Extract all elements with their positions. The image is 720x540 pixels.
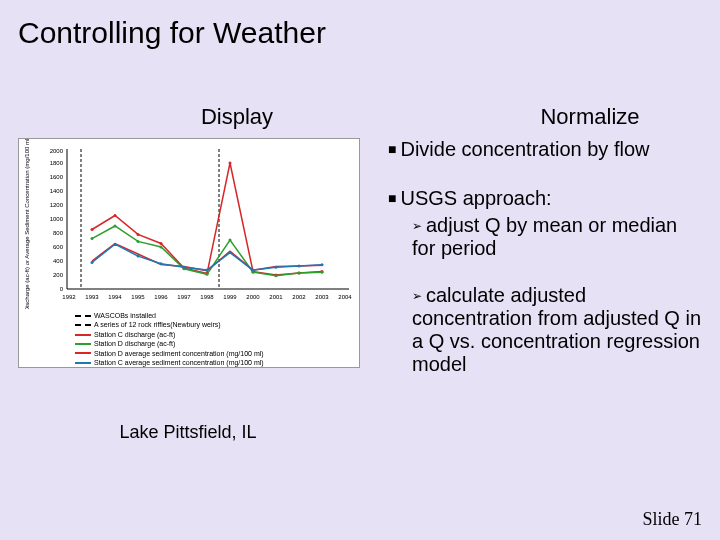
- right-column: Normalize ■Divide concentration by flow …: [388, 104, 702, 384]
- svg-text:1600: 1600: [50, 174, 64, 180]
- svg-text:1992: 1992: [62, 294, 76, 300]
- svg-text:200: 200: [53, 272, 64, 278]
- svg-point-52: [183, 266, 186, 269]
- triangle-bullet-icon: ➢: [412, 219, 422, 233]
- svg-point-57: [298, 264, 301, 267]
- chart-svg: Discharge (ac-ft) or Average Sediment Co…: [19, 139, 359, 309]
- square-bullet-icon: ■: [388, 190, 396, 206]
- normalize-label: Normalize: [478, 104, 702, 130]
- svg-text:400: 400: [53, 258, 64, 264]
- svg-text:1998: 1998: [200, 294, 214, 300]
- svg-point-28: [137, 233, 140, 236]
- triangle-bullet-icon: ➢: [412, 289, 422, 303]
- svg-text:600: 600: [53, 244, 64, 250]
- svg-point-56: [275, 266, 278, 269]
- chart-caption: Lake Pittsfield, IL: [18, 422, 358, 443]
- slide-number: Slide 71: [642, 509, 702, 530]
- y-ticks: 0200400 6008001000 120014001600 18002000: [50, 148, 64, 292]
- svg-point-37: [91, 237, 94, 240]
- legend-0: WASCOBs installed: [94, 311, 156, 320]
- svg-point-45: [275, 274, 278, 277]
- svg-point-50: [137, 255, 140, 258]
- left-column: Display Discharge (ac-ft) or Average Sed…: [18, 104, 358, 443]
- y-axis-label: Discharge (ac-ft) or Average Sediment Co…: [24, 139, 30, 309]
- chart-legend: WASCOBs installed A series of 12 rock ri…: [75, 311, 264, 368]
- svg-text:2001: 2001: [269, 294, 283, 300]
- legend-5: Station C average sediment concentration…: [94, 358, 264, 367]
- legend-1: A series of 12 rock riffles(Newbury weir…: [94, 320, 221, 329]
- series-lines: [92, 163, 322, 276]
- svg-text:1800: 1800: [50, 160, 64, 166]
- svg-point-53: [206, 269, 209, 272]
- svg-text:1996: 1996: [154, 294, 168, 300]
- svg-point-58: [321, 263, 324, 266]
- svg-text:2003: 2003: [315, 294, 329, 300]
- bullet-list: ■Divide concentration by flow ■USGS appr…: [388, 138, 702, 376]
- legend-2: Station C discharge (ac-ft): [94, 330, 175, 339]
- svg-point-32: [229, 162, 232, 165]
- display-label: Display: [116, 104, 358, 130]
- bullet-adjustq: ➢adjust Q by mean or median for period: [412, 214, 702, 260]
- square-bullet-icon: ■: [388, 141, 396, 157]
- svg-text:2002: 2002: [292, 294, 306, 300]
- svg-text:1999: 1999: [223, 294, 237, 300]
- legend-4: Station D average sediment concentration…: [94, 349, 264, 358]
- svg-text:1993: 1993: [85, 294, 99, 300]
- svg-point-55: [252, 269, 255, 272]
- svg-text:1995: 1995: [131, 294, 145, 300]
- x-ticks: 199219931994 199519961997 199819992000 2…: [62, 294, 352, 300]
- svg-point-27: [114, 214, 117, 217]
- svg-text:800: 800: [53, 230, 64, 236]
- slide: Controlling for Weather Display Discharg…: [0, 0, 720, 540]
- series-markers: [91, 162, 324, 278]
- svg-text:1400: 1400: [50, 188, 64, 194]
- svg-point-43: [229, 239, 232, 242]
- svg-point-51: [160, 262, 163, 265]
- svg-point-38: [114, 225, 117, 228]
- svg-point-49: [114, 243, 117, 246]
- svg-text:2000: 2000: [50, 148, 64, 154]
- svg-point-47: [321, 271, 324, 274]
- svg-text:2000: 2000: [246, 294, 260, 300]
- chart: Discharge (ac-ft) or Average Sediment Co…: [18, 138, 360, 368]
- svg-point-48: [91, 261, 94, 264]
- bullet-usgs: ■USGS approach:: [388, 187, 702, 210]
- slide-title: Controlling for Weather: [18, 16, 326, 50]
- svg-point-54: [229, 251, 232, 254]
- svg-point-26: [91, 228, 94, 231]
- svg-point-42: [206, 273, 209, 276]
- svg-text:1000: 1000: [50, 216, 64, 222]
- svg-text:1994: 1994: [108, 294, 122, 300]
- svg-point-46: [298, 271, 301, 274]
- svg-point-40: [160, 246, 163, 249]
- svg-text:1997: 1997: [177, 294, 191, 300]
- svg-point-29: [160, 242, 163, 245]
- svg-text:1200: 1200: [50, 202, 64, 208]
- svg-point-39: [137, 240, 140, 243]
- svg-text:0: 0: [60, 286, 64, 292]
- bullet-calc: ➢calculate adjusted concentration from a…: [412, 284, 702, 376]
- legend-3: Station D discharge (ac-ft): [94, 339, 175, 348]
- svg-text:2004: 2004: [338, 294, 352, 300]
- bullet-divide: ■Divide concentration by flow: [388, 138, 702, 161]
